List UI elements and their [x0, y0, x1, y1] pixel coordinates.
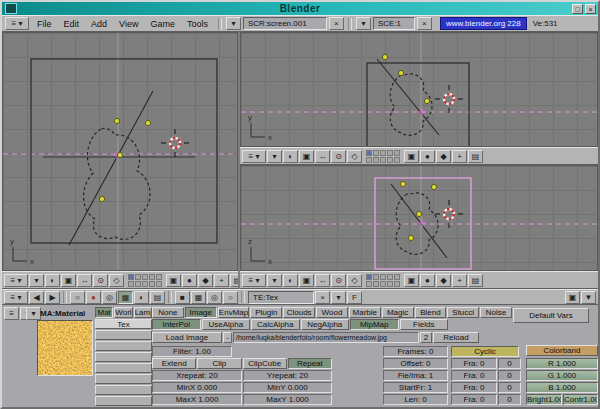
texture-type-magic[interactable]: Magic	[382, 307, 414, 318]
rotate-manip-icon[interactable]: ⊙	[93, 274, 108, 287]
layers-widget[interactable]	[366, 150, 400, 163]
scene-field[interactable]: SCE:1	[373, 17, 415, 30]
menu-edit[interactable]: Edit	[58, 19, 86, 29]
layer-cell[interactable]	[394, 150, 400, 156]
rotate-manip-icon[interactable]: ⊙	[331, 274, 346, 287]
snap-icon[interactable]: ◆	[198, 274, 213, 287]
layer-cell[interactable]	[387, 274, 393, 280]
layer-cell[interactable]	[128, 274, 134, 280]
viewport-left[interactable]: y x	[2, 32, 238, 271]
zoom-icon[interactable]: +	[452, 150, 467, 163]
bright-slider[interactable]: Bright1.000	[526, 394, 562, 405]
translate-manip-icon[interactable]: ↔	[315, 274, 330, 287]
filter-field[interactable]: Filter: 1.00	[152, 346, 232, 357]
layers-widget[interactable]	[366, 274, 400, 287]
lock-view-icon[interactable]: ▣	[299, 150, 314, 163]
movie-field[interactable]: Offset: 0	[383, 358, 448, 369]
texture-delete-icon[interactable]: ×	[315, 291, 330, 304]
layer-cell[interactable]	[135, 281, 141, 287]
blender-org-link[interactable]: www.blender.org 228	[440, 17, 527, 30]
fra-field[interactable]: Fra: 0	[451, 370, 497, 381]
context-mat[interactable]: Mat	[95, 307, 113, 318]
texture-type-none[interactable]: None	[152, 307, 184, 318]
zoom-icon[interactable]: +	[452, 274, 467, 287]
flag-interpol[interactable]: InterPol	[152, 319, 201, 330]
viewport-top-right[interactable]: y x	[240, 32, 598, 147]
image-path-field[interactable]: /home/luqka/blenderfoto/room/flowermeado…	[233, 332, 419, 343]
flag-calcalpha[interactable]: CalcAlpha	[251, 319, 300, 330]
miny-field[interactable]: MinY 0.000	[243, 382, 332, 393]
layer-cell[interactable]	[366, 150, 372, 156]
render-preview-icon[interactable]: ▤	[468, 150, 483, 163]
layer-cell[interactable]	[366, 281, 372, 287]
yrepeat-field[interactable]: Yrepeat: 20	[243, 370, 332, 381]
texture-type-noise[interactable]: Noise	[480, 307, 512, 318]
flag-mipmap[interactable]: MipMap	[350, 319, 399, 330]
fra-extra-field[interactable]: 0	[498, 358, 521, 369]
color-slider[interactable]: G 1.000	[526, 370, 598, 381]
snap-icon[interactable]: ◆	[436, 150, 451, 163]
xrepeat-field[interactable]: Xrepeat: 20	[152, 370, 242, 381]
translate-manip-icon[interactable]: ↔	[315, 150, 330, 163]
menu-file[interactable]: File	[31, 19, 58, 29]
window-type-icon[interactable]: ≡ ▾	[4, 291, 28, 304]
render-preview-icon[interactable]: ▤	[230, 274, 238, 287]
menu-tools[interactable]: Tools	[181, 19, 214, 29]
layer-cell[interactable]	[380, 157, 386, 163]
radiosity-context-icon[interactable]: ◐	[134, 291, 149, 304]
layer-lock-icon[interactable]: ▣	[404, 274, 419, 287]
view-mode-icon[interactable]: ▾	[267, 274, 282, 287]
lock-view-icon[interactable]: ▣	[299, 274, 314, 287]
layer-cell[interactable]	[373, 157, 379, 163]
prev-context-icon[interactable]: ◀	[29, 291, 44, 304]
texture-name-field[interactable]: TE:Tex	[248, 291, 314, 304]
snap-icon[interactable]: ◆	[436, 274, 451, 287]
flag-fields[interactable]: Fields	[400, 319, 449, 330]
id-browse-icon[interactable]: ▾	[26, 307, 41, 320]
menu-view[interactable]: View	[113, 19, 144, 29]
layer-cell[interactable]	[373, 274, 379, 280]
texture-world-icon[interactable]: ◎	[207, 291, 222, 304]
layer-cell[interactable]	[394, 274, 400, 280]
layer-cell[interactable]	[366, 157, 372, 163]
layer-cell[interactable]	[373, 150, 379, 156]
window-type-icon[interactable]: ≡ ▾	[5, 17, 29, 30]
menu-game[interactable]: Game	[144, 19, 181, 29]
texture-channel-4[interactable]	[95, 363, 152, 373]
texture-channel-7[interactable]	[95, 396, 152, 406]
texture-image-icon[interactable]: ▦	[191, 291, 206, 304]
movie-field[interactable]: Fie/Ima: 1	[383, 370, 448, 381]
layer-cell[interactable]	[387, 157, 393, 163]
window-type-icon[interactable]: ≡ ▾	[4, 274, 28, 287]
load-image-button[interactable]: Load Image	[152, 332, 222, 343]
layer-cell[interactable]	[387, 150, 393, 156]
draw-type-icon[interactable]: ◐	[283, 274, 298, 287]
texture-menu-icon[interactable]: ▾	[331, 291, 346, 304]
layer-cell[interactable]	[149, 274, 155, 280]
layer-cell[interactable]	[366, 274, 372, 280]
flag-negalpha[interactable]: NegAlpha	[301, 319, 350, 330]
rotate-manip-icon[interactable]: ⊙	[331, 150, 346, 163]
draw-type-icon[interactable]: ◐	[283, 150, 298, 163]
lock-view-icon[interactable]: ▣	[61, 274, 76, 287]
layer-lock-icon[interactable]: ▣	[166, 274, 181, 287]
layer-cell[interactable]	[380, 281, 386, 287]
layer-cell[interactable]	[373, 281, 379, 287]
context-lamp[interactable]: Lamp	[134, 307, 152, 318]
scale-manip-icon[interactable]: ◇	[347, 274, 362, 287]
view-mode-icon[interactable]: ▾	[267, 150, 282, 163]
extend-clipcube[interactable]: ClipCube	[243, 358, 287, 369]
layer-cell[interactable]	[156, 274, 162, 280]
panel-menu-icon[interactable]: ≡	[4, 307, 19, 320]
script-context-icon[interactable]: ▤	[150, 291, 165, 304]
texture-type-plugin[interactable]: Plugin	[250, 307, 282, 318]
scale-manip-icon[interactable]: ◇	[347, 150, 362, 163]
screen-field[interactable]: SCR:screen.001	[243, 17, 327, 30]
material-context-icon[interactable]: ●	[86, 291, 101, 304]
scene-browse-icon[interactable]: ▾	[356, 17, 371, 30]
texture-mat-icon[interactable]: ■	[175, 291, 190, 304]
maxy-field[interactable]: MaxY 1.000	[243, 394, 332, 405]
reload-button[interactable]: Reload	[433, 332, 479, 343]
menu-add[interactable]: Add	[85, 19, 113, 29]
maxx-field[interactable]: MaxX 1.000	[152, 394, 242, 405]
